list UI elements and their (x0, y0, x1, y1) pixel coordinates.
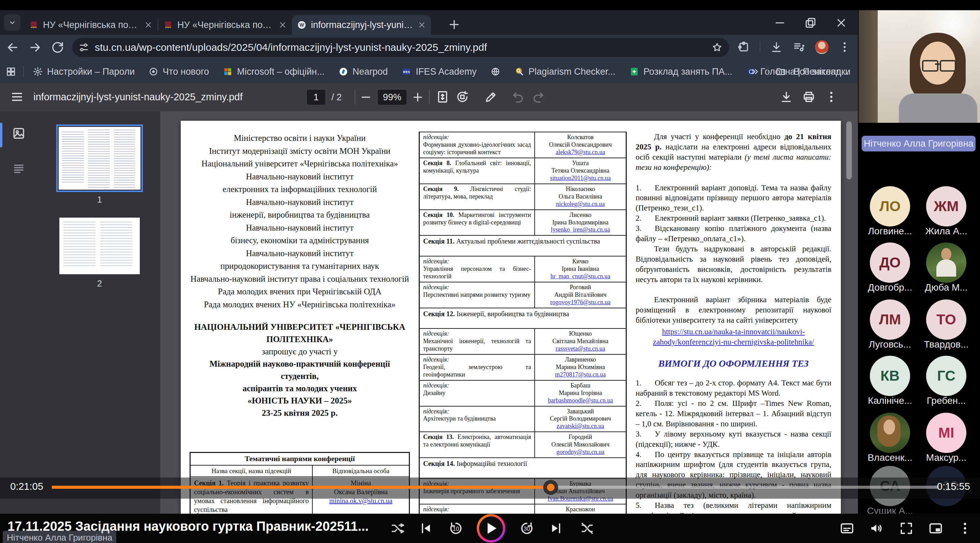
participant-tile[interactable]: ДО (870, 242, 910, 283)
section-email-link[interactable]: rogovoy1976@stu.cn.ua (538, 299, 623, 306)
responsible-person-cell: ЛавриненкоМарина Юхимівнаm270817@stu.cn.… (535, 355, 626, 380)
minimize-button[interactable] (773, 16, 786, 29)
next-track-icon[interactable] (548, 521, 563, 536)
redo-button[interactable] (531, 90, 545, 104)
close-window-button[interactable] (835, 16, 848, 29)
subsection-lead: підсекція: (423, 284, 531, 291)
section-email-link[interactable]: rasssveta@stu.cn.ua (538, 345, 623, 353)
reading-list-icon[interactable] (792, 41, 805, 54)
forward-button[interactable] (28, 40, 42, 54)
globe-icon (490, 67, 501, 77)
browser-menu-icon[interactable] (838, 41, 851, 54)
page-thumbnail-2[interactable] (59, 218, 140, 274)
bookmark-item[interactable]: Microsoft – офіційн... (223, 67, 325, 77)
section-email-link[interactable]: barbashmoodle@stu.cn.ua (538, 397, 623, 404)
participant-tile[interactable]: МІ (926, 413, 966, 453)
player-menu-icon[interactable] (958, 521, 972, 536)
pdf-print-button[interactable] (802, 90, 816, 104)
section-name-cell: підсекція:Архітектури та будівництва (420, 406, 535, 432)
doc-header-line: бізнесу, економіки та адміністрування (189, 234, 410, 247)
participant-tile[interactable]: ЛО (870, 186, 910, 226)
play-button[interactable] (477, 514, 505, 543)
participant-tile[interactable]: ЖМ (926, 186, 966, 226)
section-email-link[interactable]: aleksk79@stu.cn.ua (538, 149, 623, 156)
bookmark-item[interactable] (490, 67, 501, 77)
doc-link[interactable]: https://stu.cn.ua/nauka-ta-innovatcii/na… (636, 327, 831, 347)
pdf-scrollbar[interactable] (846, 121, 852, 179)
bookmark-item[interactable]: Nearpod (338, 67, 388, 77)
forward-30-icon[interactable]: 30 (519, 521, 535, 536)
participant-tile[interactable]: ТО (926, 299, 966, 340)
autoplay-toggle-icon[interactable] (580, 521, 595, 536)
apps-grid-icon[interactable] (5, 66, 16, 77)
annotate-button[interactable] (484, 90, 498, 104)
participant-tile[interactable]: ЛМ (870, 299, 910, 340)
tab-search-button[interactable] (4, 14, 21, 31)
speaker-video-tile[interactable] (859, 10, 980, 123)
shuffle-icon[interactable] (390, 521, 406, 536)
back-button[interactable] (5, 40, 20, 54)
participant-tile[interactable]: КВ (870, 356, 910, 396)
thumbnails-view-icon[interactable] (11, 126, 26, 140)
extensions-icon[interactable] (737, 41, 750, 54)
section-email-link[interactable]: hr_man_cnut@stu.cn.ua (538, 273, 623, 280)
rotate-button[interactable] (455, 90, 469, 104)
new-tab-button[interactable] (447, 18, 461, 31)
previous-track-icon[interactable] (419, 521, 434, 536)
tab-favicon-wordpress-icon: W (297, 20, 307, 30)
section-email-link[interactable]: gorodny@stu.cn.ua (538, 449, 623, 456)
rewind-10-icon[interactable]: 10 (449, 521, 463, 536)
participant-tile[interactable] (926, 242, 966, 283)
pdf-more-button[interactable] (824, 90, 838, 104)
responsible-person-cell: ГороднійОлексій Миколайовичgorodny@stu.c… (535, 432, 626, 457)
zoom-out-button[interactable] (360, 91, 372, 104)
browser-tab[interactable]: НУ «Чернігівська політехніка» (24, 15, 158, 35)
downloads-icon[interactable] (770, 41, 783, 54)
pdf-viewer: informaczijnyj-lyst-yunist-nauky-2025_zm… (0, 83, 858, 543)
bookmark-item[interactable]: Что нового (148, 67, 209, 77)
outline-view-icon[interactable] (11, 162, 26, 176)
picture-in-picture-icon[interactable] (928, 521, 943, 536)
participant-tile[interactable] (870, 413, 910, 453)
section-email-link[interactable]: nickoleg@stu.cn.ua (538, 201, 623, 208)
volume-icon[interactable] (869, 521, 884, 536)
fit-page-button[interactable] (436, 90, 449, 104)
section-email-link[interactable]: situation2011@stu.cn.ua (538, 175, 623, 182)
svg-text:30: 30 (524, 525, 530, 532)
browser-tab[interactable]: НУ «Чернігівська політехніка» (158, 15, 292, 35)
restore-button[interactable] (804, 16, 817, 29)
bookmark-item[interactable]: Розклад занять ПА... (629, 67, 732, 77)
reload-button[interactable] (51, 40, 65, 54)
site-settings-icon[interactable] (78, 42, 89, 53)
section-email-link[interactable]: zavatski@stu.cn.ua (538, 423, 623, 430)
browser-tab[interactable]: Winformaczijnyj-lyst-yunist-nauk (292, 15, 431, 35)
pdf-menu-icon[interactable] (10, 90, 24, 104)
address-bar[interactable]: stu.cn.ua/wp-content/uploads/2025/04/inf… (72, 38, 729, 57)
speaker-glasses (922, 60, 939, 72)
tab-close-icon[interactable] (417, 21, 426, 29)
bookmark-star-icon[interactable] (711, 41, 723, 53)
tab-close-icon[interactable] (144, 21, 153, 29)
seek-handle[interactable] (543, 480, 558, 495)
zoom-in-button[interactable] (411, 91, 424, 104)
zoom-level-input[interactable]: 99% (378, 90, 406, 105)
bookmark-item[interactable]: Настройки – Пароли (33, 67, 135, 77)
fullscreen-icon[interactable] (899, 521, 914, 536)
profile-avatar[interactable] (815, 40, 829, 54)
section-email-link[interactable]: m270817@stu.cn.ua (538, 371, 623, 379)
section-email-link[interactable]: lysenko_iren@stu.cn.ua (538, 226, 623, 234)
participant-tile[interactable]: ГС (926, 356, 966, 396)
responsible-person-name: Ніколаєнко (538, 186, 623, 193)
bookmark-item[interactable]: Plagiarism Checker... (514, 67, 616, 77)
tab-close-icon[interactable] (278, 21, 287, 29)
captions-icon[interactable] (840, 521, 854, 536)
bookmark-item[interactable]: IFESIFES Academy (401, 67, 477, 77)
page-number-input[interactable]: 1 (307, 90, 325, 105)
doc-list-item: 1.Обсяг тез – до 2-х стор. формату А4. Т… (636, 378, 831, 398)
undo-button[interactable] (511, 90, 525, 104)
seek-bar[interactable] (52, 486, 938, 489)
pdf-download-button[interactable] (780, 90, 793, 104)
all-bookmarks-label[interactable]: Все закладки (794, 67, 850, 77)
page-thumbnail-1[interactable] (59, 127, 140, 189)
bookmarks-overflow-icon[interactable] (750, 67, 760, 77)
